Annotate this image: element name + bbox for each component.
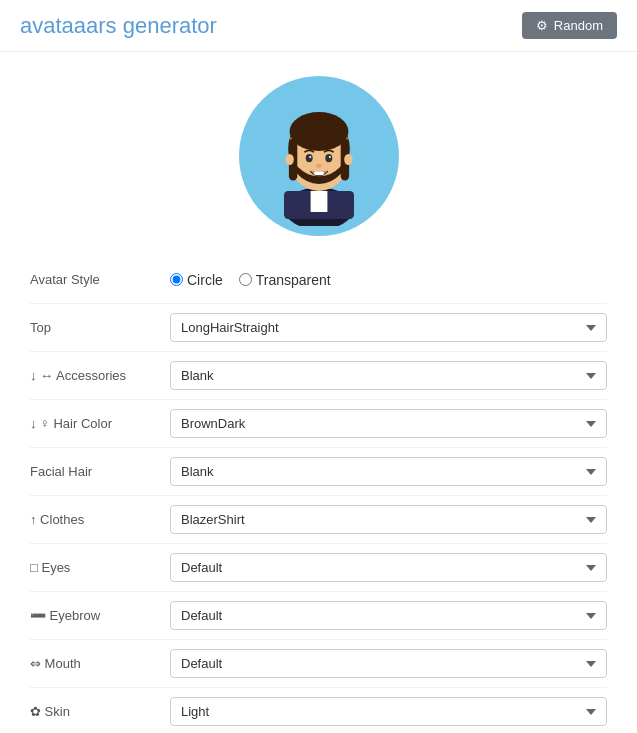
avatar-style-transparent-label: Transparent <box>256 272 331 288</box>
avatar-style-transparent[interactable]: Transparent <box>239 272 331 288</box>
svg-point-7 <box>289 112 348 151</box>
mouth-row: ⇔ Mouth Default Concerned Disbelief Eati… <box>30 640 607 688</box>
mouth-label: ⇔ Mouth <box>30 656 170 671</box>
skin-select[interactable]: Light Tanned Yellow Pale DarkBrown Black… <box>170 697 607 726</box>
eyebrow-label: ➖ Eyebrow <box>30 608 170 623</box>
skin-input: Light Tanned Yellow Pale DarkBrown Black… <box>170 697 607 726</box>
svg-point-10 <box>285 154 293 165</box>
eyes-row: □ Eyes Default Close Cry Dizzy Happy <box>30 544 607 592</box>
skin-label: ✿ Skin <box>30 704 170 719</box>
top-row: Top LongHairStraight LongHairCurly Short… <box>30 304 607 352</box>
svg-rect-3 <box>310 191 327 212</box>
mouth-input: Default Concerned Disbelief Eating Grima… <box>170 649 607 678</box>
accessories-label: ↓ ↔ Accessories <box>30 368 170 383</box>
facial-hair-input: Blank BeardMedium BeardLight MoustacheFa… <box>170 457 607 486</box>
mouth-select[interactable]: Default Concerned Disbelief Eating Grima… <box>170 649 607 678</box>
svg-point-14 <box>309 156 311 158</box>
app-header: avataaars generator ⚙ Random <box>0 0 637 52</box>
avatar-style-circle-label: Circle <box>187 272 223 288</box>
eyebrow-input: Default Angry AngryNatural FlatNatural <box>170 601 607 630</box>
hair-color-input: BrownDark Brown Black Blonde <box>170 409 607 438</box>
accessories-row: ↓ ↔ Accessories Blank Kurt Prescription0… <box>30 352 607 400</box>
avatar-style-circle[interactable]: Circle <box>170 272 223 288</box>
accessories-input: Blank Kurt Prescription01 Sunglasses <box>170 361 607 390</box>
facial-hair-label: Facial Hair <box>30 464 170 479</box>
skin-row: ✿ Skin Light Tanned Yellow Pale DarkBrow… <box>30 688 607 733</box>
svg-point-12 <box>305 154 312 162</box>
svg-point-11 <box>344 154 352 165</box>
app-title: avataaars generator <box>20 13 217 39</box>
top-select[interactable]: LongHairStraight LongHairCurly ShortHair… <box>170 313 607 342</box>
top-input: LongHairStraight LongHairCurly ShortHair… <box>170 313 607 342</box>
random-icon: ⚙ <box>536 18 548 33</box>
random-button[interactable]: ⚙ Random <box>522 12 617 39</box>
hair-color-select[interactable]: BrownDark Brown Black Blonde <box>170 409 607 438</box>
clothes-label: ↑ Clothes <box>30 512 170 527</box>
avatar-style-input: Circle Transparent <box>170 272 607 288</box>
accessories-select[interactable]: Blank Kurt Prescription01 Sunglasses <box>170 361 607 390</box>
eyes-label: □ Eyes <box>30 560 170 575</box>
svg-rect-17 <box>314 171 324 175</box>
eyes-select[interactable]: Default Close Cry Dizzy Happy <box>170 553 607 582</box>
avatar-style-circle-radio[interactable] <box>170 273 183 286</box>
clothes-select[interactable]: BlazerShirt BlazerSweater CollarSweater … <box>170 505 607 534</box>
avatar-style-transparent-radio[interactable] <box>239 273 252 286</box>
clothes-row: ↑ Clothes BlazerShirt BlazerSweater Coll… <box>30 496 607 544</box>
random-label: Random <box>554 18 603 33</box>
facial-hair-select[interactable]: Blank BeardMedium BeardLight MoustacheFa… <box>170 457 607 486</box>
avatar-style-row: Avatar Style Circle Transparent <box>30 256 607 304</box>
controls-panel: Avatar Style Circle Transparent Top Long… <box>0 256 637 733</box>
svg-point-13 <box>325 154 332 162</box>
clothes-input: BlazerShirt BlazerSweater CollarSweater … <box>170 505 607 534</box>
avatar-preview <box>0 52 637 256</box>
facial-hair-row: Facial Hair Blank BeardMedium BeardLight… <box>30 448 607 496</box>
eyebrow-select[interactable]: Default Angry AngryNatural FlatNatural <box>170 601 607 630</box>
avatar-style-label: Avatar Style <box>30 272 170 287</box>
svg-point-16 <box>316 164 322 168</box>
top-label: Top <box>30 320 170 335</box>
avatar-circle <box>239 76 399 236</box>
svg-point-15 <box>328 156 330 158</box>
eyebrow-row: ➖ Eyebrow Default Angry AngryNatural Fla… <box>30 592 607 640</box>
hair-color-row: ↓ ♀ Hair Color BrownDark Brown Black Blo… <box>30 400 607 448</box>
eyes-input: Default Close Cry Dizzy Happy <box>170 553 607 582</box>
avatar-svg <box>249 86 389 226</box>
hair-color-label: ↓ ♀ Hair Color <box>30 416 170 431</box>
